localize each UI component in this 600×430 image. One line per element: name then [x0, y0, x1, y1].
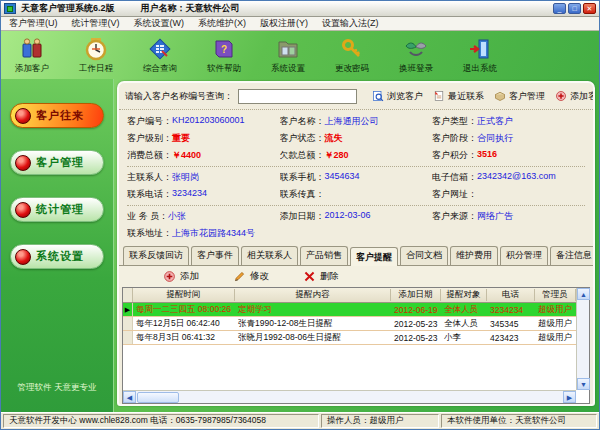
customer-manage-button[interactable]: 客户管理 [494, 90, 545, 103]
reminder-actionbar: 添加 修改 删除 [119, 266, 593, 287]
menu-input-method[interactable]: 设置输入法(Z) [322, 17, 379, 30]
toolbar-system-settings[interactable]: 系统设置 [263, 37, 313, 75]
field-customer-level: 客户级别：重要 [127, 132, 280, 145]
tab-contract-documents[interactable]: 合同文档 [400, 246, 448, 265]
add-plus-icon [555, 90, 567, 102]
status-bar: 天意软件开发中心 www.chle828.com 电话：0635-7987985… [1, 412, 599, 429]
browse-icon [372, 90, 384, 102]
field-customer-type: 客户类型：正式客户 [432, 115, 585, 128]
handshake-icon [404, 37, 428, 61]
toolbar-work-schedule[interactable]: 工作日程 [71, 37, 121, 75]
tab-maintenance-fees[interactable]: 维护费用 [450, 246, 498, 265]
field-total-consumption: 消费总额：￥4400 [127, 149, 280, 162]
vertical-scrollbar[interactable]: ▲ ▼ [576, 288, 589, 390]
scroll-down-icon[interactable]: ▼ [577, 378, 590, 390]
sidebar-item-system-settings[interactable]: 系统设置 [10, 244, 104, 269]
status-license-unit: 本软件使用单位：天意软件公司 [441, 414, 597, 428]
toolbar-software-help[interactable]: ? 软件帮助 [199, 37, 249, 75]
menu-bar: 客户管理(U) 统计管理(V) 系统设置(W) 系统维护(X) 版权注册(Y) … [1, 17, 599, 31]
reminders-table: 提醒时间 提醒内容 添加日期 提醒对象 电话 管理员 ▶ 每周一二三四五 08:… [122, 287, 590, 404]
field-customer-status: 客户状态：流失 [280, 132, 433, 145]
add-customer-icon [20, 37, 44, 61]
row-indicator-header [123, 288, 133, 302]
toolbar-exit-system[interactable]: 退出系统 [455, 37, 505, 75]
search-label: 请输入客户名称编号查询： [125, 90, 233, 103]
table-row[interactable]: 每年12月5日 06:42:40 张青1990-12-08生日提醒 2012-0… [123, 317, 576, 331]
window-user-label: 用户名称：天意软件公司 [141, 2, 240, 15]
key-icon [340, 37, 364, 61]
col-add-date[interactable]: 添加日期 [391, 289, 441, 301]
col-reminder-target[interactable]: 提醒对象 [441, 289, 487, 301]
field-add-date: 添加日期：2012-03-06 [280, 210, 433, 223]
table-row[interactable]: ▶ 每周一二三四五 08:00:26 定期学习 2012-06-19 全体人员 … [123, 303, 576, 317]
menu-statistics-management[interactable]: 统计管理(V) [72, 17, 120, 30]
sidebar-item-customer-management[interactable]: 客户管理 [10, 150, 104, 175]
toolbar-combined-query[interactable]: 综合查询 [135, 37, 185, 75]
delete-reminder-button[interactable]: 删除 [303, 270, 339, 283]
alarm-clock-icon [84, 37, 108, 61]
tab-contact-feedback[interactable]: 联系反馈回访 [123, 246, 189, 265]
tab-customer-events[interactable]: 客户事件 [191, 246, 239, 265]
menu-customer-management[interactable]: 客户管理(U) [9, 17, 58, 30]
add-reminder-button[interactable]: 添加 [163, 270, 199, 283]
status-operator: 操作人员：超级用户 [321, 414, 439, 428]
field-email: 电子信箱：2342342@163.com [432, 171, 585, 184]
scroll-right-icon[interactable]: ▶ [563, 391, 576, 403]
help-book-icon: ? [212, 37, 236, 61]
red-orb-icon [15, 202, 31, 218]
field-address: 联系地址：上海市花园路4344号 [127, 227, 585, 240]
maximize-button[interactable]: □ [568, 3, 581, 14]
box-icon [494, 90, 506, 102]
window-title: 天意客户管理系统6.2版 [21, 2, 115, 15]
field-customer-points: 客户积分：3516 [432, 149, 585, 162]
recent-contacts-button[interactable]: 最近联系 [433, 90, 484, 103]
minimize-button[interactable]: _ [553, 3, 566, 14]
tab-remarks[interactable]: 备注信息 [550, 246, 595, 265]
col-admin[interactable]: 管理员 [535, 289, 576, 301]
close-button[interactable]: ✕ [583, 3, 596, 14]
field-phone: 联系电话：3234234 [127, 188, 280, 201]
tab-points-management[interactable]: 积分管理 [500, 246, 548, 265]
recent-doc-icon [433, 90, 445, 102]
add-customer-button[interactable]: 添加客户 [555, 90, 595, 103]
field-main-contact: 主联系人：张明岗 [127, 171, 280, 184]
sidebar-slogan: 管理软件 天意更专业 [18, 382, 97, 394]
query-icon [148, 37, 172, 61]
main-panel: 请输入客户名称编号查询： 浏览客户 最近联系 [117, 81, 595, 406]
edit-reminder-button[interactable]: 修改 [233, 270, 269, 283]
toolbar-change-password[interactable]: 更改密码 [327, 37, 377, 75]
tab-customer-reminders[interactable]: 客户提醒 [350, 247, 398, 266]
field-website: 客户网址： [432, 188, 585, 201]
menu-system-maintenance[interactable]: 系统维护(X) [198, 17, 246, 30]
sidebar-item-statistics-management[interactable]: 统计管理 [10, 197, 104, 222]
toolbar-shift-login[interactable]: 换班登录 [391, 37, 441, 75]
divider [127, 166, 585, 167]
table-row[interactable]: 每年8月3日 06:41:32 张晓月1992-08-06生日提醒 2012-0… [123, 331, 576, 345]
sidebar-item-customer-contacts[interactable]: 客户往来 [10, 103, 104, 128]
col-reminder-content[interactable]: 提醒内容 [235, 289, 391, 301]
field-mobile: 联系手机：3454634 [280, 171, 433, 184]
tab-related-contacts[interactable]: 相关联系人 [241, 246, 298, 265]
menu-copyright-register[interactable]: 版权注册(Y) [260, 17, 308, 30]
browse-customers-button[interactable]: 浏览客户 [372, 90, 423, 103]
svg-text:?: ? [221, 44, 227, 55]
horizontal-scrollbar[interactable]: ◀ ▶ [123, 390, 576, 403]
toolbar-add-customer[interactable]: 添加客户 [7, 37, 57, 75]
menu-system-settings[interactable]: 系统设置(W) [134, 17, 185, 30]
sidebar: 客户往来 客户管理 统计管理 系统设置 管理软件 天意更专业 [1, 79, 114, 412]
scrollbar-thumb[interactable] [137, 392, 179, 403]
search-row: 请输入客户名称编号查询： 浏览客户 最近联系 [119, 83, 593, 110]
scroll-up-icon[interactable]: ▲ [577, 288, 590, 300]
field-customer-stage: 客户阶段：合同执行 [432, 132, 585, 145]
status-developer-info: 天意软件开发中心 www.chle828.com 电话：0635-7987985… [3, 414, 319, 428]
search-input[interactable] [238, 89, 357, 104]
tab-product-sales[interactable]: 产品销售 [300, 246, 348, 265]
exit-door-icon [468, 37, 492, 61]
red-orb-icon [15, 249, 31, 265]
scroll-left-icon[interactable]: ◀ [123, 391, 136, 403]
title-bar: 天意客户管理系统6.2版 用户名称：天意软件公司 _ □ ✕ [1, 1, 599, 17]
col-phone[interactable]: 电话 [487, 289, 535, 301]
pencil-icon [233, 270, 246, 283]
col-reminder-time[interactable]: 提醒时间 [133, 289, 235, 301]
settings-folder-icon [276, 37, 300, 61]
